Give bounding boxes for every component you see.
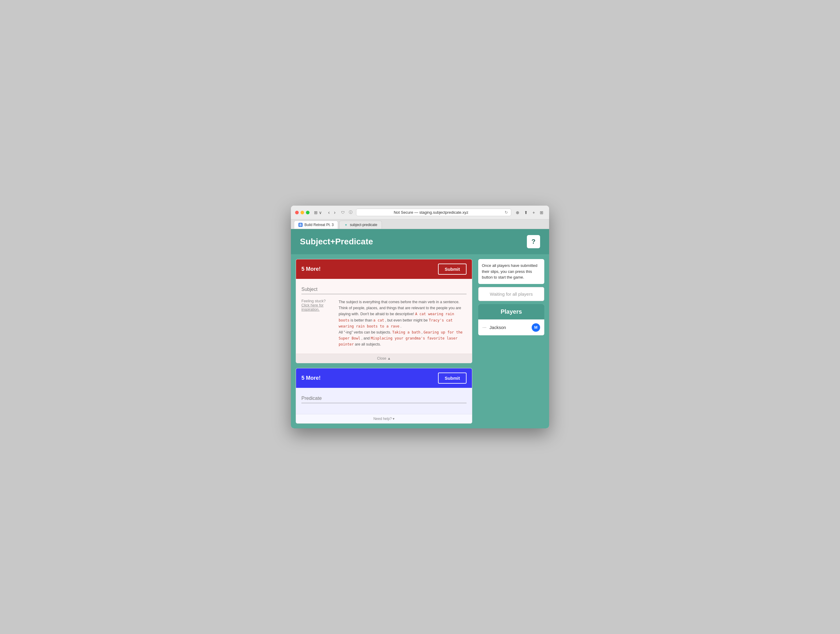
- new-tab-button[interactable]: +: [531, 210, 537, 216]
- minimize-window-button[interactable]: [300, 211, 304, 214]
- text-3: , but even better might be: [385, 318, 428, 322]
- player-avatar: M: [532, 323, 540, 332]
- forward-button[interactable]: ›: [332, 209, 337, 216]
- highlight-2: a cat: [373, 318, 384, 322]
- predicate-submit-button[interactable]: Submit: [438, 372, 467, 384]
- back-button[interactable]: ‹: [326, 209, 332, 216]
- tab-grid-button[interactable]: ⊞: [538, 210, 545, 216]
- share-button[interactable]: ⬆: [523, 210, 529, 216]
- game-panels: 5 More! Submit Feeling stuck? Click here…: [296, 259, 472, 423]
- waiting-button: Waiting for all players: [478, 287, 544, 301]
- text-7: , and: [362, 336, 370, 341]
- text-8: are all subjects.: [355, 342, 381, 346]
- subject-submit-button[interactable]: Submit: [438, 263, 467, 275]
- players-header: Players: [478, 304, 544, 319]
- tab-label-subject-predicate: subject-predicate: [350, 223, 377, 227]
- nav-buttons: ‹ ›: [326, 209, 338, 216]
- predicate-card-body: [296, 388, 472, 414]
- highlight-4: Taking a bath: [392, 330, 420, 334]
- tab-label-build: Build Retreat Pt. 3: [305, 223, 333, 227]
- main-content: 5 More! Submit Feeling stuck? Click here…: [291, 254, 549, 428]
- help-button[interactable]: ?: [527, 235, 540, 248]
- sidebar: Once all players have submitted their sl…: [478, 259, 544, 335]
- reload-icon[interactable]: ↻: [505, 210, 508, 214]
- text-4: .: [401, 324, 401, 328]
- address-bar[interactable]: Not Secure — staging.subjectpredicate.xy…: [356, 209, 511, 216]
- subject-input[interactable]: [302, 285, 467, 294]
- player-name: Jackson: [489, 325, 529, 330]
- subject-card-body: Feeling stuck? Click here for inspiratio…: [296, 279, 472, 353]
- inspiration-link[interactable]: Click here for inspiration.: [302, 303, 324, 312]
- app-header: Subject+Predicate ?: [291, 229, 549, 254]
- text-5: All "-ing" verbs can be subjects.: [339, 330, 391, 334]
- close-hint[interactable]: Close ▲: [296, 353, 472, 363]
- maximize-window-button[interactable]: [306, 211, 309, 214]
- tab-favicon-build: B: [298, 223, 303, 227]
- traffic-lights: [295, 211, 309, 214]
- subject-more-label: 5 More!: [302, 266, 321, 272]
- toolbar-right: ⊕ ⬆ + ⊞: [514, 210, 545, 216]
- address-text: Not Secure — staging.subjectpredicate.xy…: [359, 210, 503, 214]
- toolbar-left: ⊞ ∨: [313, 210, 323, 216]
- subject-card-header: 5 More! Submit: [296, 259, 472, 279]
- text-2: is better than: [351, 318, 372, 322]
- predicate-input[interactable]: [302, 394, 467, 403]
- tabs-bar: B Build Retreat Pt. 3 ▼ subject-predicat…: [291, 219, 549, 229]
- sidebar-description: Once all players have submitted their sl…: [478, 259, 544, 284]
- predicate-card: 5 More! Submit Need help? ▾: [296, 368, 472, 424]
- feeling-stuck-label: Feeling stuck?: [302, 299, 326, 303]
- title-bar: ⊞ ∨ ‹ › 🛡 ⓘ Not Secure — staging.subject…: [291, 206, 549, 219]
- game-layout: 5 More! Submit Feeling stuck? Click here…: [296, 259, 544, 423]
- text-6: ,: [422, 330, 422, 334]
- help-right-text: The subject is everything that comes bef…: [339, 299, 467, 347]
- player-row: ··· Jackson M: [478, 319, 544, 335]
- predicate-card-header: 5 More! Submit: [296, 368, 472, 388]
- players-section: Players ··· Jackson M: [478, 304, 544, 335]
- close-window-button[interactable]: [295, 211, 299, 214]
- tab-favicon-vuetify: ▼: [344, 223, 348, 227]
- predicate-more-label: 5 More!: [302, 375, 321, 381]
- need-help-hint[interactable]: Need help? ▾: [296, 414, 472, 423]
- subject-help-section: Feeling stuck? Click here for inspiratio…: [302, 299, 467, 347]
- tab-subject-predicate[interactable]: ▼ subject-predicate: [339, 221, 382, 229]
- tab-build-retreat[interactable]: B Build Retreat Pt. 3: [294, 221, 338, 229]
- help-left-text: Feeling stuck? Click here for inspiratio…: [302, 299, 335, 347]
- security-icon: 🛡: [341, 210, 345, 215]
- player-dots: ···: [482, 325, 486, 330]
- app-title: Subject+Predicate: [300, 237, 373, 246]
- downloads-button[interactable]: ⊕: [514, 210, 521, 216]
- info-icon: ⓘ: [348, 210, 353, 215]
- subject-card: 5 More! Submit Feeling stuck? Click here…: [296, 259, 472, 363]
- browser-window: ⊞ ∨ ‹ › 🛡 ⓘ Not Secure — staging.subject…: [291, 206, 549, 428]
- sidebar-toggle-button[interactable]: ⊞ ∨: [313, 210, 323, 216]
